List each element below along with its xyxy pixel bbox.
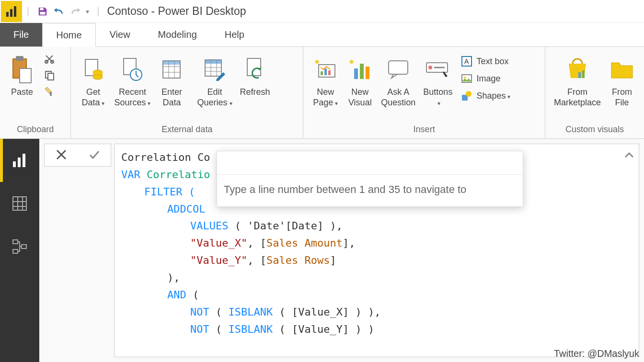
cancel-formula-button[interactable]	[50, 147, 72, 164]
group-label-insert: Insert	[303, 123, 545, 138]
shapes-button[interactable]: Shapes▾	[458, 89, 513, 102]
brush-icon	[44, 86, 55, 97]
clipboard-small-buttons	[39, 50, 59, 101]
svg-rect-55	[18, 158, 21, 167]
svg-point-51	[466, 91, 472, 97]
recent-sources-button[interactable]: Recent Sources▾	[110, 50, 154, 111]
separator: |	[27, 6, 29, 17]
svg-rect-7	[20, 68, 31, 83]
textbox-icon: A	[461, 56, 472, 67]
svg-rect-40	[360, 64, 364, 79]
edit-queries-button[interactable]: Edit Queries▾	[193, 50, 236, 111]
marketplace-icon	[565, 53, 590, 86]
paste-button[interactable]: Paste	[5, 50, 39, 101]
svg-rect-35	[321, 71, 323, 75]
clipboard-icon	[10, 53, 34, 86]
nav-report[interactable]	[0, 139, 39, 182]
x-icon	[55, 148, 68, 161]
from-file-button[interactable]: From File	[605, 50, 639, 111]
svg-rect-62	[13, 240, 18, 244]
svg-point-17	[93, 75, 103, 79]
save-button[interactable]	[37, 6, 48, 17]
app-icon	[1, 1, 22, 22]
svg-rect-0	[6, 12, 9, 17]
edit-table-icon	[203, 53, 226, 86]
svg-rect-56	[23, 154, 25, 167]
goto-line-popup: Type a line number between 1 and 35 to n…	[217, 151, 523, 207]
copy-icon	[44, 70, 55, 80]
scissors-icon	[44, 54, 55, 64]
formula-controls	[44, 144, 111, 167]
new-page-button[interactable]: ✷ New Page▾	[308, 50, 343, 111]
recent-icon	[122, 53, 143, 86]
tab-help[interactable]: Help	[211, 23, 258, 46]
tab-modeling[interactable]: Modeling	[144, 23, 211, 46]
svg-rect-3	[40, 8, 44, 10]
new-page-icon: ✷	[314, 53, 337, 86]
table-icon	[161, 53, 182, 86]
group-external-data: Get Data▾ Recent Sources▾ Enter Data Edi…	[71, 47, 303, 138]
nav-model[interactable]	[0, 225, 39, 268]
svg-rect-52	[578, 72, 581, 78]
svg-rect-4	[40, 11, 46, 14]
refresh-button[interactable]: Refresh	[236, 50, 274, 101]
qat-dropdown-icon[interactable]: ▾	[86, 8, 89, 15]
svg-point-49	[464, 77, 466, 79]
separator: |	[97, 6, 99, 17]
copy-button[interactable]	[41, 69, 58, 81]
group-clipboard: Paste Clipboard	[0, 47, 71, 138]
goto-line-hint: Type a line number between 1 and 35 to n…	[217, 175, 523, 206]
goto-line-input[interactable]	[217, 151, 523, 175]
svg-rect-36	[324, 68, 327, 75]
buttons-button[interactable]: Buttons▾	[419, 50, 456, 111]
tab-file[interactable]: File	[0, 23, 42, 46]
image-button[interactable]: Image	[458, 72, 513, 85]
tab-view[interactable]: View	[96, 23, 144, 46]
accept-formula-button[interactable]	[83, 147, 105, 164]
image-icon	[461, 73, 472, 84]
model-view-icon	[11, 238, 28, 255]
get-data-button[interactable]: Get Data▾	[76, 50, 110, 111]
enter-data-button[interactable]: Enter Data	[154, 50, 189, 111]
ribbon: Paste Clipboard Get Data▾ Recent Sources…	[0, 47, 644, 139]
svg-rect-2	[14, 6, 16, 17]
svg-point-44	[428, 66, 432, 69]
svg-rect-32	[247, 58, 261, 76]
folder-icon	[610, 53, 634, 86]
expand-formula-button[interactable]	[624, 147, 634, 163]
group-insert: ✷ New Page▾ ✷ New Visual Ask A Question …	[303, 47, 545, 138]
textbox-button[interactable]: A Text box	[458, 55, 513, 68]
group-label-custom: Custom visuals	[545, 123, 644, 138]
svg-rect-11	[48, 73, 54, 80]
svg-rect-54	[13, 161, 16, 167]
nav-data[interactable]	[0, 182, 39, 225]
from-marketplace-button[interactable]: From Marketplace	[550, 50, 605, 111]
cut-button[interactable]	[41, 53, 58, 65]
svg-rect-53	[582, 70, 585, 78]
svg-text:✷: ✷	[348, 58, 355, 66]
svg-rect-57	[13, 197, 26, 210]
svg-rect-39	[354, 68, 358, 79]
format-painter-button[interactable]	[41, 85, 58, 98]
speech-bubble-icon	[387, 53, 410, 86]
svg-rect-1	[10, 9, 12, 17]
report-view-icon	[11, 152, 28, 169]
ask-question-button[interactable]: Ask A Question	[377, 50, 419, 111]
new-visual-icon: ✷	[348, 53, 371, 86]
svg-text:A: A	[464, 57, 469, 65]
undo-button[interactable]	[53, 6, 65, 17]
tab-home[interactable]: Home	[42, 23, 95, 47]
new-visual-button[interactable]: ✷ New Visual	[343, 50, 377, 111]
svg-rect-6	[16, 56, 23, 61]
svg-rect-12	[50, 92, 52, 96]
refresh-icon	[244, 53, 265, 86]
footer-credit: Twitter: @DMaslyuk	[554, 348, 639, 359]
title-bar: | ▾ | Contoso - Power BI Desktop	[0, 0, 644, 23]
redo-button[interactable]	[69, 6, 81, 17]
group-custom-visuals: From Marketplace From File Custom visual…	[545, 47, 644, 138]
group-label-clipboard: Clipboard	[0, 123, 70, 138]
data-view-icon	[11, 195, 28, 212]
quick-access-toolbar: ▾	[33, 6, 93, 17]
database-icon	[82, 53, 104, 86]
svg-rect-41	[366, 67, 369, 79]
